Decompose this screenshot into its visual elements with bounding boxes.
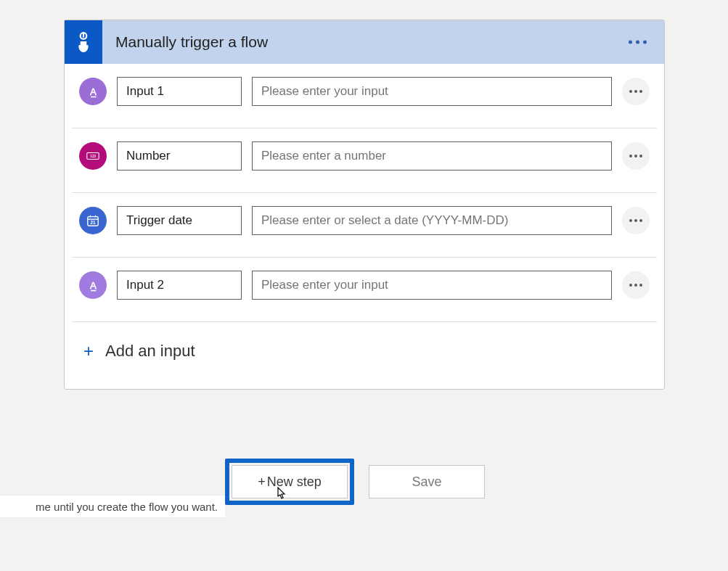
text-input-icon: A̲ [79, 271, 107, 299]
trigger-header[interactable]: Manually trigger a flow [65, 20, 664, 64]
bottom-button-row: + New step Save [225, 459, 485, 505]
svg-text:123: 123 [90, 154, 96, 158]
input-desc-field[interactable] [252, 77, 612, 106]
input-row: 123 [72, 128, 657, 193]
date-input-icon: 21 [79, 207, 107, 234]
input-row: 21 [72, 193, 657, 258]
text-input-icon: A̲ [79, 78, 107, 105]
save-label: Save [412, 475, 441, 490]
add-input-button[interactable]: + Add an input [72, 322, 657, 389]
manual-trigger-icon [65, 20, 102, 64]
hint-text: me until you create the flow you want. [0, 495, 225, 518]
input-name-field[interactable] [117, 206, 242, 235]
input-row: A̲ [72, 258, 657, 322]
number-input-icon: 123 [79, 142, 107, 170]
inputs-container: A̲ 123 21 A̲ + [65, 64, 664, 389]
save-button[interactable]: Save [369, 465, 485, 498]
plus-icon: + [83, 341, 94, 361]
trigger-card: Manually trigger a flow A̲ 123 21 [64, 20, 665, 390]
plus-icon: + [258, 475, 266, 490]
input-desc-field[interactable] [252, 206, 612, 235]
new-step-label: New step [267, 475, 322, 490]
new-step-highlight: + New step [225, 459, 354, 505]
input-desc-field[interactable] [252, 271, 612, 300]
input-desc-field[interactable] [252, 141, 612, 171]
trigger-title: Manually trigger a flow [115, 33, 268, 51]
svg-text:21: 21 [90, 220, 96, 225]
input-name-field[interactable] [117, 271, 242, 300]
new-step-button[interactable]: + New step [232, 465, 348, 498]
add-input-label: Add an input [105, 342, 195, 361]
trigger-menu-button[interactable] [624, 36, 651, 49]
input-name-field[interactable] [117, 141, 242, 171]
input-name-field[interactable] [117, 77, 242, 106]
input-menu-button[interactable] [622, 207, 650, 234]
input-menu-button[interactable] [622, 271, 650, 299]
input-menu-button[interactable] [622, 142, 650, 170]
input-menu-button[interactable] [622, 78, 650, 105]
input-row: A̲ [72, 64, 657, 128]
